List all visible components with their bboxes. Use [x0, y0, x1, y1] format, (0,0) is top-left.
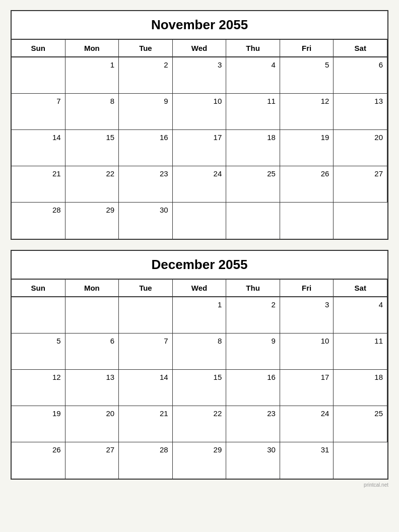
watermark: printcal.net — [11, 482, 388, 488]
day-cell: 22 — [65, 166, 119, 203]
day-cell — [334, 442, 387, 479]
day-cell: 9 — [119, 94, 173, 130]
day-cell: 16 — [226, 370, 280, 406]
day-header-sat: Sat — [334, 280, 387, 297]
day-cell: 14 — [119, 370, 173, 406]
day-header-sun: Sun — [12, 40, 65, 57]
day-header-fri: Fri — [280, 40, 334, 57]
day-cell: 9 — [226, 334, 280, 370]
day-cell: 18 — [334, 370, 387, 406]
day-cell: 23 — [226, 406, 280, 442]
november-calendar: November 2055 SunMonTueWedThuFriSat12345… — [11, 10, 388, 240]
day-cell: 21 — [119, 406, 173, 442]
day-cell: 31 — [280, 442, 334, 479]
day-cell: 2 — [119, 57, 173, 94]
day-cell: 19 — [12, 406, 65, 442]
day-cell: 20 — [334, 130, 387, 166]
day-header-mon: Mon — [65, 280, 119, 297]
day-cell: 25 — [226, 166, 280, 203]
december-title: December 2055 — [12, 251, 387, 280]
day-header-sun: Sun — [12, 280, 65, 297]
day-cell: 20 — [65, 406, 119, 442]
day-cell: 27 — [65, 442, 119, 479]
day-cell: 30 — [226, 442, 280, 479]
day-cell: 4 — [334, 297, 387, 334]
day-cell: 3 — [173, 57, 227, 94]
day-cell: 13 — [65, 370, 119, 406]
day-cell — [65, 297, 119, 334]
day-cell — [280, 203, 334, 239]
day-cell: 7 — [119, 334, 173, 370]
day-cell: 30 — [119, 203, 173, 239]
day-cell: 25 — [334, 406, 387, 442]
day-cell: 4 — [226, 57, 280, 94]
day-cell: 19 — [280, 130, 334, 166]
day-cell: 24 — [173, 166, 227, 203]
day-cell — [12, 57, 65, 94]
day-cell: 29 — [65, 203, 119, 239]
day-cell: 6 — [334, 57, 387, 94]
day-header-wed: Wed — [173, 40, 227, 57]
day-cell: 1 — [65, 57, 119, 94]
day-cell: 24 — [280, 406, 334, 442]
day-cell: 22 — [173, 406, 227, 442]
day-cell: 13 — [334, 94, 387, 130]
day-cell: 17 — [280, 370, 334, 406]
day-cell: 3 — [280, 297, 334, 334]
day-header-sat: Sat — [334, 40, 387, 57]
day-cell: 14 — [12, 130, 65, 166]
day-header-tue: Tue — [119, 40, 173, 57]
day-cell: 15 — [65, 130, 119, 166]
day-cell: 10 — [280, 334, 334, 370]
day-cell — [173, 203, 227, 239]
day-header-wed: Wed — [173, 280, 227, 297]
day-cell: 27 — [334, 166, 387, 203]
day-header-tue: Tue — [119, 280, 173, 297]
day-cell: 11 — [334, 334, 387, 370]
day-cell: 12 — [280, 94, 334, 130]
day-cell: 17 — [173, 130, 227, 166]
day-cell: 16 — [119, 130, 173, 166]
day-cell: 12 — [12, 370, 65, 406]
day-cell: 15 — [173, 370, 227, 406]
december-calendar: December 2055 SunMonTueWedThuFriSat12345… — [11, 250, 388, 480]
day-cell: 23 — [119, 166, 173, 203]
day-cell: 8 — [65, 94, 119, 130]
day-cell — [12, 297, 65, 334]
day-cell: 5 — [12, 334, 65, 370]
day-cell: 26 — [280, 166, 334, 203]
day-header-mon: Mon — [65, 40, 119, 57]
day-cell: 2 — [226, 297, 280, 334]
day-cell: 5 — [280, 57, 334, 94]
day-cell: 29 — [173, 442, 227, 479]
november-title: November 2055 — [12, 11, 387, 40]
day-cell — [226, 203, 280, 239]
day-cell: 10 — [173, 94, 227, 130]
day-cell: 28 — [119, 442, 173, 479]
day-cell: 18 — [226, 130, 280, 166]
day-cell — [119, 297, 173, 334]
day-cell — [334, 203, 387, 239]
day-cell: 1 — [173, 297, 227, 334]
day-cell: 26 — [12, 442, 65, 479]
day-cell: 21 — [12, 166, 65, 203]
december-grid: SunMonTueWedThuFriSat1234567891011121314… — [12, 280, 387, 479]
day-cell: 7 — [12, 94, 65, 130]
day-header-fri: Fri — [280, 280, 334, 297]
day-cell: 6 — [65, 334, 119, 370]
day-cell: 28 — [12, 203, 65, 239]
november-grid: SunMonTueWedThuFriSat1234567891011121314… — [12, 40, 387, 239]
day-header-thu: Thu — [226, 280, 280, 297]
day-header-thu: Thu — [226, 40, 280, 57]
day-cell: 11 — [226, 94, 280, 130]
day-cell: 8 — [173, 334, 227, 370]
